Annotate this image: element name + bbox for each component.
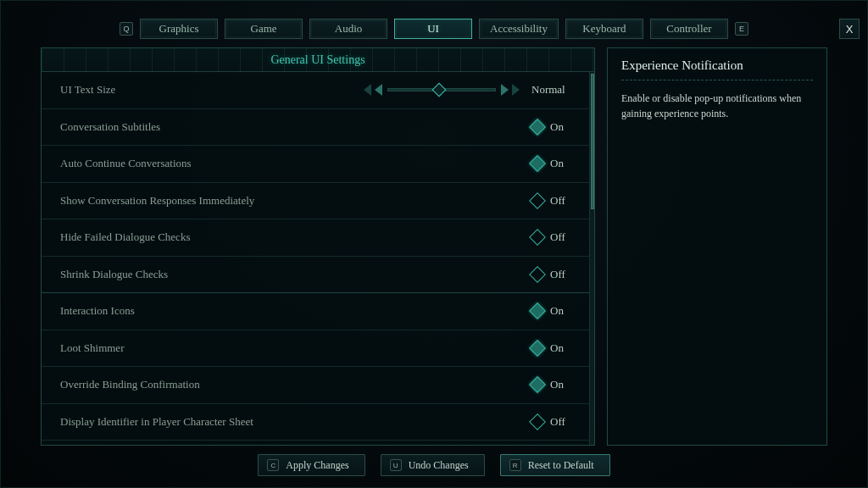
toggle-diamond-icon[interactable]	[529, 155, 546, 172]
setting-label: Auto Continue Conversations	[60, 157, 531, 170]
setting-value-text: On	[550, 304, 564, 318]
setting-row[interactable]: Loot ShimmerOn	[42, 330, 589, 368]
tab-accessibility[interactable]: Accessibility	[479, 19, 559, 39]
next-tab-keyhint: E	[735, 22, 748, 36]
toggle-diamond-icon[interactable]	[529, 340, 546, 357]
setting-row[interactable]: Show Conversation Responses ImmediatelyO…	[42, 183, 589, 220]
slider-track[interactable]	[387, 88, 496, 92]
setting-value: On	[531, 157, 570, 170]
scrollbar-thumb[interactable]	[591, 74, 594, 209]
setting-row[interactable]: Conversation SubtitlesOn	[42, 109, 589, 147]
toggle-diamond-icon[interactable]	[529, 302, 546, 319]
scrollbar[interactable]	[589, 72, 594, 445]
info-panel: Experience Notification Enable or disabl…	[607, 47, 827, 446]
toggle-diamond-icon[interactable]	[529, 192, 546, 209]
undo-keyhint: U	[390, 459, 402, 471]
setting-value: Off	[531, 268, 570, 281]
tab-game[interactable]: Game	[225, 19, 303, 39]
setting-label: Conversation Subtitles	[60, 120, 531, 134]
setting-value: Off	[531, 230, 570, 244]
setting-value: Off	[531, 415, 570, 429]
apply-keyhint: C	[267, 459, 279, 471]
main-area: General UI Settings UI Text SizeNormalCo…	[41, 47, 827, 446]
settings-panel: General UI Settings UI Text SizeNormalCo…	[41, 47, 595, 446]
setting-label: Loot Shimmer	[60, 341, 531, 355]
setting-row[interactable]: Override Binding ConfirmationOn	[42, 367, 589, 404]
setting-row[interactable]: Auto Continue ConversationsOn	[42, 146, 589, 183]
setting-label: Override Binding Confirmation	[60, 378, 531, 391]
setting-value: On	[531, 304, 570, 318]
setting-value-text: On	[550, 157, 564, 170]
undo-changes-button[interactable]: U Undo Changes	[381, 454, 485, 476]
apply-changes-button[interactable]: C Apply Changes	[258, 454, 364, 476]
setting-value-text: Off	[550, 194, 565, 208]
chevron-left-icon[interactable]	[364, 84, 371, 96]
close-button[interactable]: X	[839, 19, 860, 39]
settings-group-title: General UI Settings	[42, 48, 594, 72]
setting-row[interactable]: Interaction IconsOn	[42, 293, 589, 330]
setting-row[interactable]: Display Identifier in Player Character S…	[42, 404, 589, 441]
setting-value: Off	[531, 194, 570, 208]
settings-list: UI Text SizeNormalConversation Subtitles…	[42, 72, 589, 445]
info-title: Experience Notification	[621, 58, 813, 80]
tab-audio[interactable]: Audio	[309, 19, 387, 39]
apply-label: Apply Changes	[286, 459, 348, 472]
chevron-right-icon[interactable]	[501, 84, 509, 96]
toggle-diamond-icon[interactable]	[529, 119, 546, 136]
tab-bar: Q GraphicsGameAudioUIAccessibilityKeyboa…	[0, 19, 868, 39]
reset-label: Reset to Default	[528, 459, 594, 472]
setting-label: Shrink Dialogue Checks	[60, 268, 531, 281]
setting-label: UI Text Size	[60, 83, 364, 97]
setting-value-text: Off	[550, 268, 565, 281]
setting-row[interactable]: Shrink Dialogue ChecksOff	[42, 257, 589, 294]
setting-value-text: On	[550, 378, 564, 391]
toggle-diamond-icon[interactable]	[529, 376, 546, 393]
setting-row[interactable]: Hide Failed Dialogue ChecksOff	[42, 219, 589, 257]
setting-value: On	[531, 120, 570, 134]
prev-tab-keyhint: Q	[120, 22, 133, 36]
setting-value-text: Off	[550, 230, 565, 244]
setting-label: Hide Failed Dialogue Checks	[60, 230, 531, 244]
setting-label: Show Conversation Responses Immediately	[60, 194, 531, 208]
chevron-right-icon[interactable]	[512, 84, 520, 96]
tab-ui[interactable]: UI	[394, 19, 472, 39]
toggle-diamond-icon[interactable]	[529, 266, 546, 283]
setting-value-text: On	[550, 120, 564, 134]
reset-default-button[interactable]: R Reset to Default	[500, 454, 610, 476]
setting-value-text: Off	[550, 415, 565, 429]
setting-row[interactable]: UI Text SizeNormal	[42, 72, 589, 109]
tab-keyboard[interactable]: Keyboard	[565, 19, 643, 39]
setting-label: Display Identifier in Player Character S…	[60, 415, 531, 429]
tab-controller[interactable]: Controller	[650, 19, 728, 39]
toggle-diamond-icon[interactable]	[529, 229, 546, 246]
undo-label: Undo Changes	[409, 459, 469, 472]
toggle-diamond-icon[interactable]	[529, 413, 546, 430]
tab-graphics[interactable]: Graphics	[140, 19, 218, 39]
slider-handle[interactable]	[432, 83, 447, 97]
chevron-left-icon[interactable]	[375, 84, 382, 96]
reset-keyhint: R	[509, 459, 521, 471]
slider-control[interactable]	[364, 84, 520, 96]
setting-value-text: On	[550, 341, 564, 355]
setting-value: On	[531, 378, 570, 391]
setting-value: On	[531, 341, 570, 355]
bottom-bar: C Apply Changes U Undo Changes R Reset t…	[0, 454, 868, 476]
setting-label: Interaction Icons	[60, 304, 531, 318]
setting-value: Normal	[531, 83, 570, 97]
info-body: Enable or disable pop-up notifications w…	[621, 91, 813, 121]
